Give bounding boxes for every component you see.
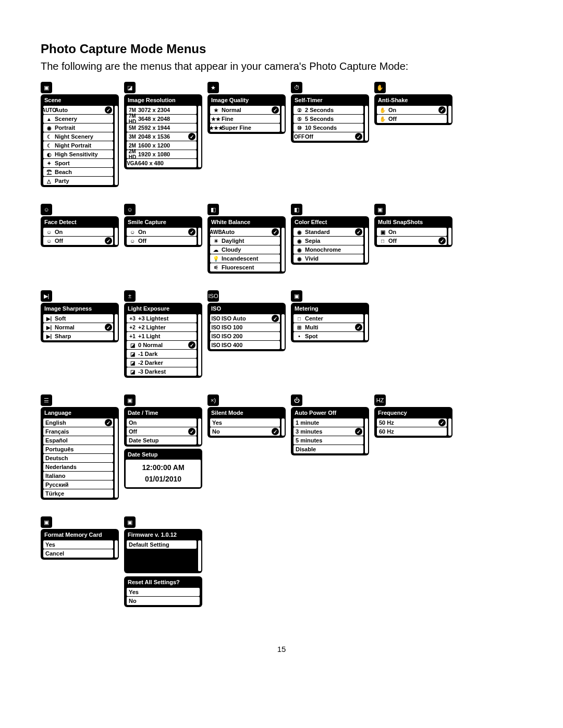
menu-item[interactable]: ⊞Multi✓ <box>293 323 363 331</box>
scrollbar[interactable] <box>448 106 451 123</box>
menu-item[interactable]: Yes <box>43 540 113 549</box>
scrollbar[interactable] <box>115 314 118 340</box>
menu-item[interactable]: Español <box>43 436 113 445</box>
menu-item[interactable]: Disable <box>293 445 363 453</box>
menu-item[interactable]: ▣On <box>377 228 447 236</box>
menu-item[interactable]: ✋On✓ <box>377 106 447 114</box>
menu-item[interactable]: Français <box>43 427 113 436</box>
scrollbar[interactable] <box>282 314 285 349</box>
menu-item[interactable]: □Off✓ <box>377 237 447 245</box>
menu-item[interactable]: Português <box>43 445 113 453</box>
menu-item[interactable]: VGA640 x 480 <box>127 159 197 167</box>
scrollbar[interactable] <box>198 540 201 571</box>
scrollbar[interactable] <box>365 418 368 453</box>
menu-item[interactable]: ◉Standard✓ <box>293 228 363 236</box>
scrollbar[interactable] <box>198 314 201 376</box>
menu-item[interactable]: ◐High Sensitivity <box>43 150 113 158</box>
menu-item[interactable]: 2M1600 x 1200 <box>127 141 197 150</box>
menu-item[interactable]: 5 minutes <box>293 436 363 445</box>
scrollbar[interactable] <box>198 228 201 245</box>
scrollbar[interactable] <box>115 106 118 185</box>
menu-item[interactable]: △Party <box>43 177 113 185</box>
date-setup-values[interactable]: 12:00:00 AM01/01/2010 <box>126 460 201 487</box>
menu-item[interactable]: ②2 Seconds <box>293 106 363 114</box>
menu-item[interactable]: Русский <box>43 480 113 489</box>
menu-item[interactable]: AUTOAuto✓ <box>43 106 113 114</box>
scrollbar[interactable] <box>198 106 201 167</box>
menu-item[interactable]: ⑩10 Seconds <box>293 124 363 132</box>
menu-item[interactable]: ✋Off <box>377 115 447 123</box>
menu-item[interactable]: 7M3072 x 2304 <box>127 106 197 114</box>
scrollbar[interactable] <box>282 418 285 436</box>
menu-item[interactable]: OFFOff✓ <box>293 132 363 141</box>
menu-item[interactable]: Deutsch <box>43 454 113 462</box>
menu-item[interactable]: □Center <box>293 314 363 323</box>
menu-item[interactable]: +2+2 Lighter <box>127 323 197 331</box>
menu-item[interactable]: ★★Fine <box>210 115 280 123</box>
menu-item[interactable]: +3+3 Lightest <box>127 314 197 323</box>
menu-item[interactable]: ☺On✓ <box>127 228 197 236</box>
menu-item[interactable]: •Spot <box>293 332 363 340</box>
scrollbar[interactable] <box>365 106 368 141</box>
menu-item[interactable]: ▶|Soft <box>43 314 113 323</box>
menu-item[interactable]: ISOISO 100 <box>210 323 280 331</box>
menu-item[interactable]: ◪-1 Dark <box>127 350 197 358</box>
menu-item[interactable]: ▶|Sharp <box>43 332 113 340</box>
menu-item[interactable]: Date Setup <box>127 436 197 445</box>
menu-item[interactable]: ◉Monochrome <box>293 245 363 254</box>
menu-item[interactable]: On <box>127 418 197 427</box>
menu-item[interactable]: ◪-2 Darker <box>127 359 197 367</box>
menu-item[interactable]: ★★★Super Fine <box>210 124 280 132</box>
menu-item[interactable]: English✓ <box>43 418 113 427</box>
menu-item[interactable]: ◪-3 Darkest <box>127 367 197 376</box>
menu-item[interactable]: ☀Daylight <box>210 237 280 245</box>
menu-item[interactable]: Nederlands <box>43 463 113 471</box>
menu-item[interactable]: 2M HD1920 x 1080 <box>127 150 197 158</box>
menu-item[interactable]: 3 minutes✓ <box>293 427 363 436</box>
scrollbar[interactable] <box>282 228 285 272</box>
menu-item[interactable]: No <box>127 597 200 605</box>
menu-item[interactable]: Off✓ <box>127 427 197 436</box>
menu-item[interactable]: 7M HD3648 x 2048 <box>127 115 197 123</box>
menu-item[interactable]: ◉Vivid <box>293 254 363 263</box>
menu-item[interactable]: No✓ <box>210 427 280 436</box>
menu-item[interactable]: 3M2048 x 1536✓ <box>127 132 197 141</box>
scrollbar[interactable] <box>198 418 201 445</box>
menu-item[interactable]: ☾Night Scenery <box>43 132 113 141</box>
menu-item[interactable]: Türkçe <box>43 489 113 498</box>
menu-item[interactable]: ISOISO 400 <box>210 341 280 349</box>
menu-item[interactable]: ☁Cloudy <box>210 245 280 254</box>
menu-item[interactable]: 💡Incandescent <box>210 254 280 263</box>
menu-item[interactable]: ⑤5 Seconds <box>293 115 363 123</box>
menu-item[interactable]: ✦Sport <box>43 159 113 167</box>
scrollbar[interactable] <box>365 228 368 263</box>
scrollbar[interactable] <box>115 540 118 558</box>
menu-item[interactable]: ★Normal✓ <box>210 106 280 114</box>
menu-item[interactable]: 60 Hz <box>377 427 447 436</box>
menu-item[interactable]: ☺Off <box>127 237 197 245</box>
menu-item[interactable]: Italiano <box>43 472 113 480</box>
menu-item[interactable]: Yes <box>127 588 200 596</box>
menu-item[interactable]: ISOISO 200 <box>210 332 280 340</box>
menu-item[interactable]: Yes <box>210 418 280 427</box>
menu-item[interactable]: ☺Off✓ <box>43 237 113 245</box>
menu-item[interactable]: ▶|Normal✓ <box>43 323 113 331</box>
menu-item[interactable]: ◪0 Normal✓ <box>127 341 197 349</box>
menu-item[interactable]: +1+1 Light <box>127 332 197 340</box>
scrollbar[interactable] <box>282 106 285 132</box>
menu-item[interactable]: ☾Night Portrait <box>43 141 113 150</box>
menu-item[interactable]: ▲Scenery <box>43 115 113 123</box>
menu-item[interactable]: ☺On <box>43 228 113 236</box>
menu-item[interactable]: Default Setting <box>127 540 197 549</box>
menu-item[interactable]: ⚟Fluorescent <box>210 263 280 272</box>
scrollbar[interactable] <box>115 228 118 245</box>
menu-item[interactable]: ⛱Beach <box>43 168 113 176</box>
menu-item[interactable]: ISOISO Auto✓ <box>210 314 280 323</box>
menu-item[interactable]: ◉Sepia <box>293 237 363 245</box>
menu-item[interactable]: 5M2592 x 1944 <box>127 124 197 132</box>
scrollbar[interactable] <box>448 228 451 245</box>
scrollbar[interactable] <box>448 418 451 436</box>
menu-item[interactable]: Cancel <box>43 549 113 558</box>
scrollbar[interactable] <box>365 314 368 340</box>
menu-item[interactable]: ◉Portrait <box>43 124 113 132</box>
